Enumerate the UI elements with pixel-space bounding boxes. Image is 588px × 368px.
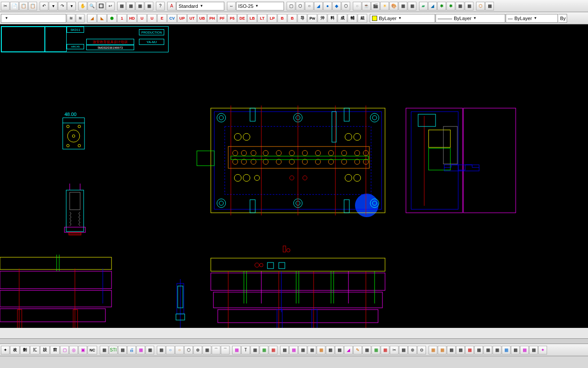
- layer-mgr-icon[interactable]: ≋: [67, 14, 75, 23]
- grp3-2-icon[interactable]: ○: [166, 346, 175, 354]
- grp5-11-icon[interactable]: ▦: [372, 346, 380, 354]
- img6-icon[interactable]: ▦: [465, 2, 473, 10]
- grp6-6-icon[interactable]: ▦: [474, 346, 483, 354]
- palette-icon[interactable]: ▦: [145, 2, 153, 10]
- cut-icon[interactable]: ✂: [1, 2, 10, 10]
- btn-lp[interactable]: LP: [267, 14, 277, 23]
- linetype-dropdown[interactable]: ———ByLayer▼: [436, 14, 505, 23]
- rect2-icon[interactable]: ◎: [69, 346, 78, 354]
- misc2-icon[interactable]: ▦: [485, 2, 494, 10]
- redo-icon[interactable]: ↷: [58, 2, 67, 10]
- grp6-4-icon[interactable]: ▦: [456, 346, 465, 354]
- grp5-13-icon[interactable]: ✂: [390, 346, 399, 354]
- btn-b1[interactable]: B: [277, 14, 287, 23]
- 3d-cube-icon[interactable]: ◆: [332, 2, 341, 10]
- btn-b-cjk3[interactable]: 汇: [30, 346, 40, 354]
- dim-style-dropdown[interactable]: ISO-25▼: [236, 2, 284, 10]
- btn-ph[interactable]: PH: [207, 14, 217, 23]
- 3d-sphere-icon[interactable]: ⬡: [296, 2, 304, 10]
- img1-icon[interactable]: ▰: [419, 2, 428, 10]
- grp5-3-icon[interactable]: ▦: [298, 346, 307, 354]
- render2-icon[interactable]: ☕: [362, 2, 371, 10]
- tool-l1-icon[interactable]: ◢: [87, 14, 97, 23]
- grp4-1-icon[interactable]: ▦: [232, 346, 241, 354]
- btn-cjk6[interactable]: 組: [358, 14, 367, 23]
- props-icon[interactable]: ▦: [117, 2, 126, 10]
- 3d-cyl-icon[interactable]: ○: [305, 2, 314, 10]
- grp4-3-icon[interactable]: ▦: [250, 346, 259, 354]
- grp5-5-icon[interactable]: ▦: [317, 346, 325, 354]
- grp3-8-icon[interactable]: ⌒: [221, 346, 230, 354]
- grp6-12-icon[interactable]: ▦: [529, 346, 538, 354]
- grp3-3-icon[interactable]: ○: [175, 346, 184, 354]
- btn-u2[interactable]: U: [147, 14, 157, 23]
- layer-states-icon[interactable]: ≋: [76, 14, 84, 23]
- drawing-canvas[interactable]: SKD11 激安教育提具设计培训 PRODUCTION YA-MJ HRC45 …: [0, 24, 588, 328]
- plot-dropdown[interactable]: By: [558, 14, 567, 23]
- zoom-window-icon[interactable]: 🔲: [97, 2, 105, 10]
- undo-drop-icon[interactable]: ▾: [49, 2, 57, 10]
- grp6-5-icon[interactable]: ▦: [465, 346, 474, 354]
- sheet-icon[interactable]: ▦: [126, 2, 135, 10]
- btn-cjk2[interactable]: 沖: [318, 14, 327, 23]
- grp3-7-icon[interactable]: ⌒: [212, 346, 220, 354]
- btn-lb[interactable]: LB: [247, 14, 257, 23]
- rect3-icon[interactable]: ▣: [78, 346, 87, 354]
- grp6-9-icon[interactable]: ▦: [502, 346, 510, 354]
- grp3-4-icon[interactable]: ⬡: [184, 346, 193, 354]
- grp5-14-icon[interactable]: ▦: [399, 346, 408, 354]
- render4-icon[interactable]: ▦: [399, 2, 407, 10]
- copy-icon[interactable]: 📋: [19, 2, 28, 10]
- 3d-ball-icon[interactable]: ●: [323, 2, 332, 10]
- grp3-6-icon[interactable]: ▦: [203, 346, 211, 354]
- 3d-torus-icon[interactable]: ⬡: [341, 2, 350, 10]
- btn-hd[interactable]: HD: [127, 14, 137, 23]
- grp2-6-icon[interactable]: ▦: [145, 346, 154, 354]
- redo-drop-icon[interactable]: ▾: [67, 2, 76, 10]
- img2-icon[interactable]: ◢: [428, 2, 437, 10]
- find-dropdown[interactable]: ▼: [1, 14, 66, 23]
- btn-b2[interactable]: B: [287, 14, 297, 23]
- btn-cjk4[interactable]: 成: [338, 14, 347, 23]
- btn-pw[interactable]: Pw: [308, 14, 317, 23]
- img3-icon[interactable]: ✱: [437, 2, 446, 10]
- grp5-6-icon[interactable]: ▦: [326, 346, 335, 354]
- text-style-icon[interactable]: A: [167, 2, 176, 10]
- grp3-1-icon[interactable]: ▦: [157, 346, 166, 354]
- btn-up[interactable]: UP: [177, 14, 187, 23]
- paste-icon[interactable]: 📋: [28, 2, 37, 10]
- grp5-16-icon[interactable]: ⊖: [417, 346, 426, 354]
- img5-icon[interactable]: ▦: [456, 2, 464, 10]
- grp6-7-icon[interactable]: ▦: [483, 346, 492, 354]
- grp6-13-icon[interactable]: ✦: [538, 346, 547, 354]
- grp5-7-icon[interactable]: ▦: [335, 346, 344, 354]
- btn-p5[interactable]: P5: [227, 14, 237, 23]
- model-tabs[interactable]: [0, 356, 588, 368]
- img4-icon[interactable]: ✱: [446, 2, 455, 10]
- grp2-1-icon[interactable]: ▦: [100, 346, 108, 354]
- render1-icon[interactable]: ○: [353, 2, 362, 10]
- grp6-3-icon[interactable]: ▦: [447, 346, 456, 354]
- grp6-8-icon[interactable]: ▦: [493, 346, 501, 354]
- grp4-2-icon[interactable]: T: [241, 346, 250, 354]
- dim-style-icon[interactable]: ↔: [227, 2, 236, 10]
- grp5-4-icon[interactable]: ▦: [308, 346, 316, 354]
- btn-nc[interactable]: NC: [88, 346, 97, 354]
- btn-ut[interactable]: UT: [187, 14, 197, 23]
- btn-b-cjk2[interactable]: 刪: [20, 346, 30, 354]
- btn-b-cjk4[interactable]: 設: [40, 346, 50, 354]
- tool-l3-icon[interactable]: ⬢: [107, 14, 117, 23]
- grp2-3-icon[interactable]: ▦: [118, 346, 127, 354]
- grp5-1-icon[interactable]: ▦: [280, 346, 289, 354]
- new-icon[interactable]: 📄: [10, 2, 19, 10]
- render3-icon[interactable]: 🎬: [371, 2, 380, 10]
- grp5-15-icon[interactable]: ⊕: [408, 346, 417, 354]
- btn-u1[interactable]: U: [137, 14, 147, 23]
- grp4-5-icon[interactable]: ▦: [269, 346, 277, 354]
- material-icon[interactable]: 🎨: [389, 2, 398, 10]
- btn-cjk1[interactable]: 导: [297, 14, 307, 23]
- grp2-2-icon[interactable]: STI: [109, 346, 118, 354]
- tool-b1-icon[interactable]: ✦: [1, 346, 10, 354]
- help-icon[interactable]: ?: [156, 2, 165, 10]
- tool-l2-icon[interactable]: ◣: [97, 14, 107, 23]
